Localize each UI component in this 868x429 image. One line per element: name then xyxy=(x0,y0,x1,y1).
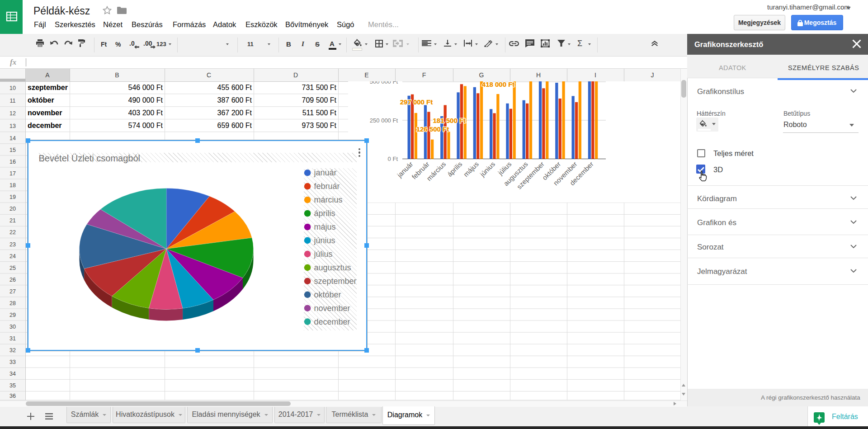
svg-text:20: 20 xyxy=(9,206,16,212)
svg-text:11: 11 xyxy=(10,98,16,104)
svg-text:G: G xyxy=(479,71,484,79)
svg-text:35: 35 xyxy=(9,382,16,389)
svg-text:181 500 Ft: 181 500 Ft xyxy=(433,117,466,124)
svg-text:403 200 Ft: 403 200 Ft xyxy=(128,109,163,117)
svg-text:25: 25 xyxy=(9,265,16,271)
svg-text:22: 22 xyxy=(9,229,16,236)
svg-text:A: A xyxy=(45,71,50,79)
svg-text:500 000 Ft: 500 000 Ft xyxy=(370,81,398,85)
svg-text:36: 36 xyxy=(9,393,16,399)
svg-text:387 600 Ft: 387 600 Ft xyxy=(217,96,252,104)
svg-text:október: október xyxy=(314,290,341,299)
svg-text:455 600 Ft: 455 600 Ft xyxy=(217,84,252,91)
svg-text:május: május xyxy=(314,222,335,231)
svg-text:0 Ft: 0 Ft xyxy=(388,156,398,162)
svg-text:I: I xyxy=(594,71,596,79)
svg-text:április: április xyxy=(314,209,335,218)
svg-text:23: 23 xyxy=(9,241,16,248)
svg-text:B: B xyxy=(115,71,119,79)
svg-text:574 000 Ft: 574 000 Ft xyxy=(128,122,163,129)
svg-text:28: 28 xyxy=(9,300,16,306)
svg-text:február: február xyxy=(314,182,340,191)
svg-text:973 500 Ft: 973 500 Ft xyxy=(302,122,337,129)
svg-text:H: H xyxy=(536,71,541,79)
svg-text:március: március xyxy=(314,195,342,204)
svg-text:július: július xyxy=(313,249,332,258)
svg-text:D: D xyxy=(293,71,298,79)
svg-text:27: 27 xyxy=(9,288,16,295)
svg-text:511 500 Ft: 511 500 Ft xyxy=(302,109,337,117)
svg-text:418 000 Ft: 418 000 Ft xyxy=(482,81,515,88)
svg-text:21: 21 xyxy=(9,217,16,224)
svg-text:16: 16 xyxy=(9,159,16,165)
svg-text:13: 13 xyxy=(9,123,16,129)
svg-text:731 500 Ft: 731 500 Ft xyxy=(302,84,337,91)
svg-text:szeptember: szeptember xyxy=(28,84,68,91)
svg-text:C: C xyxy=(207,71,211,79)
svg-text:490 000 Ft: 490 000 Ft xyxy=(128,96,163,104)
svg-text:19: 19 xyxy=(9,194,16,200)
svg-text:június: június xyxy=(478,160,496,178)
svg-text:január: január xyxy=(313,168,336,177)
svg-text:546 000 Ft: 546 000 Ft xyxy=(128,84,163,91)
svg-text:29: 29 xyxy=(9,312,16,318)
svg-text:10: 10 xyxy=(9,85,16,91)
svg-text:F: F xyxy=(422,71,426,79)
svg-text:367 200 Ft: 367 200 Ft xyxy=(217,109,252,117)
svg-text:december: december xyxy=(314,317,350,326)
svg-text:659 600 Ft: 659 600 Ft xyxy=(217,122,252,129)
svg-text:126 500 Ft: 126 500 Ft xyxy=(416,125,449,133)
svg-text:J: J xyxy=(651,71,654,79)
svg-text:250 000 Ft: 250 000 Ft xyxy=(370,117,398,124)
svg-text:14: 14 xyxy=(9,135,16,141)
svg-text:október: október xyxy=(28,96,54,104)
svg-text:november: november xyxy=(28,109,62,117)
svg-text:12: 12 xyxy=(9,110,16,117)
svg-text:június: június xyxy=(313,236,335,245)
svg-text:18: 18 xyxy=(9,182,16,189)
svg-text:297 000 Ft: 297 000 Ft xyxy=(400,98,433,106)
svg-text:30: 30 xyxy=(9,324,16,330)
svg-text:november: november xyxy=(314,303,350,312)
svg-text:17: 17 xyxy=(9,170,16,177)
svg-text:május: május xyxy=(462,160,480,178)
svg-text:szeptember: szeptember xyxy=(314,276,356,285)
svg-text:31: 31 xyxy=(9,335,16,342)
svg-text:E: E xyxy=(364,71,368,79)
svg-text:32: 32 xyxy=(9,347,16,354)
svg-text:33: 33 xyxy=(9,359,16,365)
svg-text:15: 15 xyxy=(9,147,16,153)
svg-text:április: április xyxy=(446,160,464,178)
svg-text:augusztus: augusztus xyxy=(314,263,351,272)
svg-text:26: 26 xyxy=(9,277,16,283)
svg-text:709 500 Ft: 709 500 Ft xyxy=(302,96,337,104)
svg-text:34: 34 xyxy=(9,371,16,377)
svg-text:24: 24 xyxy=(9,253,16,259)
svg-text:december: december xyxy=(28,122,62,129)
